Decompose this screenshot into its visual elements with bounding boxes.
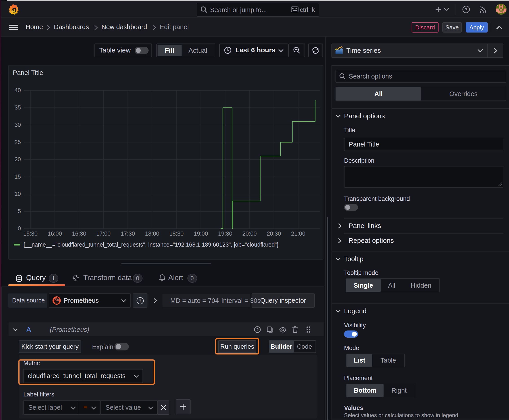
svg-text:{__name__="cloudflared_tunnel_: {__name__="cloudflared_tunnel_total_requ…	[23, 241, 279, 248]
svg-text:17:30: 17:30	[121, 230, 135, 237]
svg-text:10: 10	[15, 191, 21, 197]
svg-text:15: 15	[15, 173, 21, 180]
svg-text:16:30: 16:30	[72, 230, 86, 237]
svg-text:15:30: 15:30	[23, 230, 38, 237]
svg-text:16:00: 16:00	[48, 230, 62, 237]
svg-text:17:00: 17:00	[96, 230, 111, 237]
svg-text:18:00: 18:00	[145, 230, 159, 237]
svg-text:25: 25	[15, 139, 21, 145]
svg-text:20:00: 20:00	[242, 230, 257, 237]
svg-text:21:00: 21:00	[291, 230, 305, 237]
svg-text:20:30: 20:30	[267, 230, 281, 237]
svg-text:19:30: 19:30	[218, 230, 233, 237]
svg-text:0: 0	[18, 225, 21, 232]
svg-text:35: 35	[15, 104, 21, 111]
svg-text:18:30: 18:30	[169, 230, 184, 237]
svg-text:20: 20	[15, 156, 21, 162]
svg-text:?: ?	[256, 327, 258, 332]
svg-text:?: ?	[465, 7, 467, 12]
svg-text:19:00: 19:00	[194, 230, 208, 237]
svg-text:30: 30	[15, 122, 21, 128]
svg-text:?: ?	[139, 299, 142, 303]
svg-text:5: 5	[18, 208, 21, 214]
svg-text:40: 40	[15, 87, 21, 93]
